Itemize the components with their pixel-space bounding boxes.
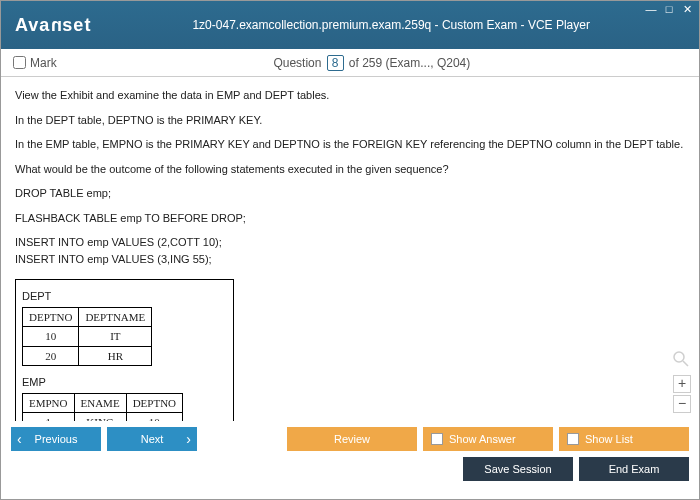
- titlebar: Avanset 1z0-047.examcollection.premium.e…: [1, 1, 699, 49]
- question-bar: Mark Question 8 of 259 (Exam..., Q204): [1, 49, 699, 77]
- question-content: View the Exhibit and examine the data in…: [1, 77, 699, 421]
- show-answer-button[interactable]: Show Answer: [423, 427, 553, 451]
- zoom-controls: + −: [673, 351, 693, 416]
- review-button[interactable]: Review: [287, 427, 417, 451]
- app-logo: Avanset: [9, 15, 91, 36]
- zoom-out-button[interactable]: −: [673, 395, 691, 413]
- checkbox-icon: [431, 433, 443, 445]
- magnifier-icon[interactable]: [673, 351, 689, 367]
- previous-button[interactable]: Previous: [11, 427, 101, 451]
- mark-checkbox[interactable]: [13, 56, 26, 69]
- footer: Previous Next Review Show Answer Show Li…: [1, 421, 699, 500]
- window-controls: — □ ✕: [643, 3, 695, 17]
- question-text: What would be the outcome of the followi…: [15, 161, 685, 178]
- zoom-in-button[interactable]: +: [673, 375, 691, 393]
- question-number: 8: [327, 55, 344, 71]
- minimize-icon[interactable]: —: [643, 3, 659, 17]
- emp-table: EMPNOENAMEDEPTNO 1KING10 2HARI20: [22, 393, 183, 422]
- dept-table: DEPTNODEPTNAME 10IT 20HR: [22, 307, 152, 367]
- exhibit-tables: DEPT DEPTNODEPTNAME 10IT 20HR EMP EMPNOE…: [15, 279, 234, 421]
- close-icon[interactable]: ✕: [679, 3, 695, 17]
- maximize-icon[interactable]: □: [661, 3, 677, 17]
- save-session-button[interactable]: Save Session: [463, 457, 573, 481]
- sql-statement: INSERT INTO emp VALUES (2,COTT 10); INSE…: [15, 234, 685, 267]
- end-exam-button[interactable]: End Exam: [579, 457, 689, 481]
- emp-label: EMP: [22, 374, 183, 391]
- question-text: View the Exhibit and examine the data in…: [15, 87, 685, 104]
- show-list-button[interactable]: Show List: [559, 427, 689, 451]
- question-indicator: Question 8 of 259 (Exam..., Q204): [57, 55, 687, 71]
- next-button[interactable]: Next: [107, 427, 197, 451]
- checkbox-icon: [567, 433, 579, 445]
- window-title: 1z0-047.examcollection.premium.exam.259q…: [91, 18, 691, 32]
- question-text: In the DEPT table, DEPTNO is the PRIMARY…: [15, 112, 685, 129]
- mark-label: Mark: [30, 56, 57, 70]
- sql-statement: DROP TABLE emp;: [15, 185, 685, 202]
- dept-label: DEPT: [22, 288, 183, 305]
- svg-point-0: [674, 352, 684, 362]
- svg-line-1: [683, 361, 688, 366]
- sql-statement: FLASHBACK TABLE emp TO BEFORE DROP;: [15, 210, 685, 227]
- question-text: In the EMP table, EMPNO is the PRIMARY K…: [15, 136, 685, 153]
